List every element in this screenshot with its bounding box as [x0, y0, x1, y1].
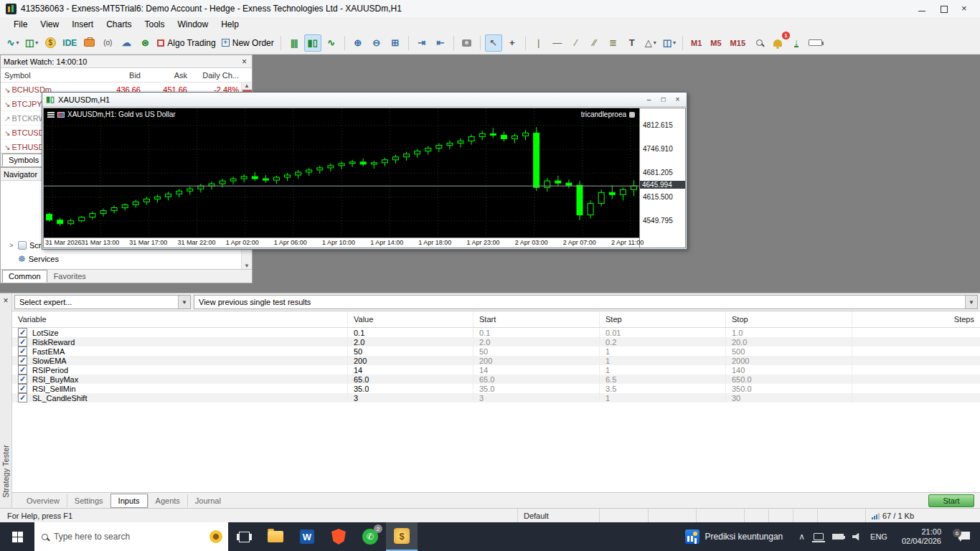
timeframe-m1-button[interactable]: M1 [687, 34, 705, 52]
task-view-button[interactable] [228, 522, 260, 551]
menu-item-view[interactable]: View [34, 18, 65, 31]
column-steps[interactable]: Steps [852, 311, 980, 327]
navigator-item-services[interactable]: ☸Services [1, 252, 252, 265]
channel-icon[interactable]: ∕∕ [586, 34, 603, 52]
minimize-button[interactable] [918, 4, 927, 13]
menu-item-window[interactable]: Window [171, 18, 215, 31]
device-icon[interactable] [814, 533, 824, 540]
cursor-icon[interactable]: ↖ [485, 34, 502, 52]
crosshair-icon[interactable]: + [504, 34, 521, 52]
scroll-up-icon[interactable]: ▲ [244, 83, 250, 89]
expert-select[interactable]: Select expert... ▼ [14, 295, 191, 309]
column-daily-change[interactable]: Daily Ch... [191, 71, 242, 80]
community-icon[interactable]: ⊛ [136, 34, 154, 52]
column-variable[interactable]: Variable [12, 311, 348, 327]
start-button[interactable]: Start [928, 494, 974, 507]
tile-windows-icon[interactable]: ⊞ [387, 34, 404, 52]
tester-tab-inputs[interactable]: Inputs [110, 494, 148, 508]
column-start[interactable]: Start [473, 311, 600, 327]
speaker-icon[interactable] [852, 533, 862, 541]
scroll-down-icon[interactable]: ▼ [244, 263, 250, 269]
screenshot-icon[interactable] [458, 34, 476, 52]
tester-tab-agents[interactable]: Agents [148, 494, 187, 507]
checkbox-checked-icon[interactable]: ✓ [18, 375, 27, 384]
column-stop[interactable]: Stop [726, 311, 852, 327]
chevron-collapsed-icon[interactable]: > [8, 242, 15, 249]
timeframe-m15-button[interactable]: M15 [727, 34, 749, 52]
navigator-tab-favorites[interactable]: Favorites [47, 270, 93, 283]
market-watch-tab-symbols[interactable]: Symbols [2, 154, 45, 166]
tester-row-rsi_sellmin[interactable]: ✓RSI_SellMin35.035.03.5350.0 [12, 384, 980, 393]
taskbar-search-box[interactable]: Type here to search [34, 522, 228, 551]
navigator-tab-common[interactable]: Common [2, 270, 47, 283]
mql5-icon[interactable]: (o) [99, 34, 116, 52]
tester-row-slowema[interactable]: ✓SlowEMA20020012000 [12, 356, 980, 365]
market-watch-close-icon[interactable]: × [240, 57, 249, 67]
tester-tab-journal[interactable]: Journal [187, 494, 228, 507]
data-download-icon[interactable]: ↓ [788, 34, 805, 52]
trendline-icon[interactable]: ∕ [567, 34, 585, 52]
chart-maximize-icon[interactable]: □ [658, 95, 669, 104]
status-profile[interactable]: Default [517, 509, 599, 522]
column-ask[interactable]: Ask [144, 71, 191, 80]
language-indicator[interactable]: ENG [870, 532, 887, 541]
horizontal-line-icon[interactable]: — [549, 34, 566, 52]
zoom-out-icon[interactable]: ⊖ [368, 34, 385, 52]
file-explorer-button[interactable] [260, 522, 291, 551]
shapes-icon[interactable]: △▾ [642, 34, 659, 52]
cloud-icon[interactable]: ☁ [118, 34, 135, 52]
candlestick-chart-icon[interactable]: ▮▯ [304, 34, 321, 52]
menu-item-tools[interactable]: Tools [138, 18, 171, 31]
menu-item-help[interactable]: Help [215, 18, 245, 31]
tray-expand-icon[interactable]: ∧ [798, 532, 805, 542]
column-step[interactable]: Step [600, 311, 726, 327]
column-bid[interactable]: Bid [94, 71, 144, 80]
auto-scroll-icon[interactable]: ⇥ [413, 34, 430, 52]
chart-type-icon[interactable]: ∿▾ [4, 34, 22, 52]
tester-row-rsi_buymax[interactable]: ✓RSI_BuyMax65.065.06.5650.0 [12, 375, 980, 384]
chevron-down-icon[interactable]: ▼ [178, 296, 190, 309]
checkbox-checked-icon[interactable]: ✓ [18, 337, 27, 347]
fibonacci-icon[interactable]: ≣ [605, 34, 622, 52]
taskbar-clock[interactable]: 21:00 02/04/2026 [895, 527, 948, 546]
checkbox-checked-icon[interactable]: ✓ [18, 384, 27, 393]
objects-list-icon[interactable]: ◫▾ [661, 34, 678, 52]
checkbox-checked-icon[interactable]: ✓ [18, 356, 27, 365]
close-button[interactable]: × [961, 4, 970, 13]
tester-row-rsiperiod[interactable]: ✓RSIPeriod14141140 [12, 365, 980, 375]
chart-minimize-icon[interactable]: – [644, 95, 654, 104]
zoom-in-icon[interactable]: ⊕ [349, 34, 367, 52]
search-highlight-icon[interactable] [209, 530, 222, 543]
brave-button[interactable] [323, 522, 354, 551]
checkbox-checked-icon[interactable]: ✓ [18, 365, 27, 375]
symbols-dialog-icon[interactable]: $ [42, 34, 59, 52]
metaeditor-icon[interactable] [80, 34, 98, 52]
text-label-icon[interactable]: T [623, 34, 641, 52]
timeframe-m5-button[interactable]: M5 [707, 34, 725, 52]
chart-plot-area[interactable]: XAUUSDm,H1: Gold vs US Dollar tricandlep… [44, 108, 639, 248]
menu-item-insert[interactable]: Insert [65, 18, 100, 31]
tester-row-riskreward[interactable]: ✓RiskReward2.02.00.220.0 [12, 337, 980, 347]
news-widget-button[interactable]: Prediksi keuntungan [677, 529, 792, 544]
tester-tab-overview[interactable]: Overview [19, 494, 67, 507]
line-chart-icon[interactable]: ∿ [323, 34, 340, 52]
ide-button[interactable]: IDE [60, 34, 79, 52]
results-select[interactable]: View previous single test results ▼ [194, 295, 978, 309]
time-scale[interactable]: 31 Mar 202631 Mar 13:0031 Mar 17:0031 Ma… [44, 237, 639, 248]
restore-button[interactable] [940, 4, 948, 13]
checkbox-checked-icon[interactable]: ✓ [18, 393, 27, 402]
price-scale[interactable]: 4812.6154746.9104681.2054615.5004549.795… [639, 108, 685, 248]
notifications-bell-icon[interactable]: 1 [769, 34, 786, 52]
mt5-taskbar-button[interactable]: $ [386, 522, 418, 551]
menu-item-file[interactable]: File [7, 18, 34, 31]
indicators-icon[interactable]: ◫▾ [23, 34, 40, 52]
algo-trading-button[interactable]: Algo Trading [155, 34, 217, 52]
vertical-line-icon[interactable]: | [530, 34, 547, 52]
chart-shift-icon[interactable]: ⇤ [432, 34, 449, 52]
action-center-button[interactable]: 6 [948, 532, 980, 542]
tester-row-fastema[interactable]: ✓FastEMA50501500 [12, 347, 980, 356]
tester-row-lotsize[interactable]: ✓LotSize0.10.10.011.0 [12, 328, 980, 337]
bar-chart-icon[interactable]: |||| [286, 34, 303, 52]
new-order-button[interactable]: +New Order [220, 34, 276, 52]
column-symbol[interactable]: Symbol [1, 71, 94, 80]
